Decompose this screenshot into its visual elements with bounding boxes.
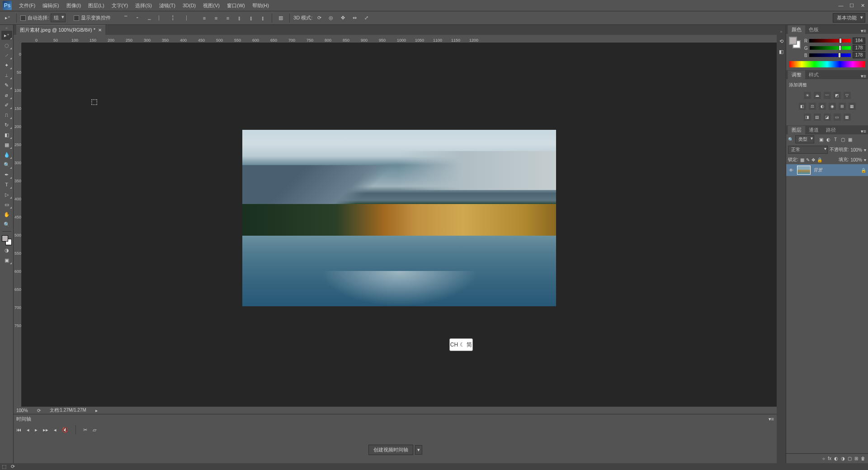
exposure-icon[interactable]: ◩ (834, 92, 841, 99)
eyedropper-tool[interactable]: ✎ (1, 81, 12, 90)
layer-name[interactable]: 背景 (813, 167, 822, 173)
zoom-level[interactable]: 100% (16, 408, 28, 413)
shape-tool[interactable]: ▭ (1, 200, 12, 209)
image-canvas[interactable] (242, 130, 556, 306)
brush-tool[interactable]: ✐ (1, 100, 12, 109)
tab-color[interactable]: 颜色 (788, 25, 805, 34)
vibrance-icon[interactable]: ▽ (844, 92, 851, 99)
3d-pan-icon[interactable]: ✥ (338, 13, 348, 23)
layer-thumbnail[interactable] (797, 166, 811, 175)
3d-orbit-icon[interactable]: ⟳ (314, 13, 324, 23)
filter-kind-icon[interactable]: 🔍 (788, 137, 793, 142)
menu-help[interactable]: 帮助(H) (249, 1, 273, 10)
clone-stamp-tool[interactable]: ⎍ (1, 110, 12, 119)
new-group-icon[interactable]: ▢ (848, 456, 852, 461)
filter-shape-icon[interactable]: ▢ (840, 136, 846, 142)
distribute-vcenter-icon[interactable]: ≡ (211, 13, 221, 23)
color-spectrum[interactable] (789, 61, 865, 67)
dodge-tool[interactable]: 🔍 (1, 160, 12, 169)
filter-type-icon[interactable]: T (832, 136, 839, 142)
3d-roll-icon[interactable]: ◎ (326, 13, 336, 23)
tab-adjustments[interactable]: 调整 (788, 71, 805, 79)
menu-type[interactable]: 文字(Y) (108, 1, 132, 10)
magic-wand-tool[interactable]: ✦ (1, 61, 12, 70)
align-horizontal-centers-icon[interactable]: ╎ (168, 13, 178, 23)
mute-icon[interactable]: 🔇 (62, 427, 68, 433)
align-bottom-edges-icon[interactable]: ⎽ (144, 13, 154, 23)
document-tab[interactable]: 图片素材.jpeg @ 100%(RGB/8#) * ✕ (16, 25, 105, 35)
distribute-right-icon[interactable]: ⫿ (258, 13, 268, 23)
lock-position-icon[interactable]: ✥ (811, 157, 815, 162)
visibility-icon[interactable]: 👁 (788, 168, 794, 173)
brightness-contrast-icon[interactable]: ☀ (804, 92, 811, 99)
ruler-origin[interactable] (14, 35, 22, 43)
transition-icon[interactable]: ▱ (93, 427, 96, 433)
move-tool[interactable]: ▸⁺ (1, 31, 12, 40)
show-transform-checkbox[interactable] (74, 15, 79, 21)
blur-tool[interactable]: 💧 (1, 150, 12, 159)
g-slider[interactable] (810, 46, 851, 50)
properties-panel-icon[interactable]: ◧ (779, 49, 783, 55)
tab-layers[interactable]: 图层 (788, 126, 805, 134)
link-layers-icon[interactable]: ⟐ (822, 456, 825, 461)
menu-file[interactable]: 文件(F) (15, 1, 39, 10)
screen-mode-tool[interactable]: ▣ (1, 256, 12, 265)
create-video-timeline-button[interactable]: 创建视频时间轴 (368, 445, 413, 455)
menu-view[interactable]: 视图(V) (199, 1, 223, 10)
auto-select-dropdown[interactable]: 组 (51, 14, 66, 22)
distribute-hcenter-icon[interactable]: ⫿ (246, 13, 256, 23)
close-icon[interactable]: ✕ (98, 28, 102, 33)
color-swatch[interactable] (789, 37, 801, 48)
lock-transparent-icon[interactable]: ▦ (800, 157, 804, 162)
tab-swatches[interactable]: 色板 (805, 25, 822, 34)
lasso-tool[interactable]: ⟋ (1, 51, 12, 60)
3d-slide-icon[interactable]: ⇔ (349, 13, 359, 23)
tab-paths[interactable]: 路径 (822, 126, 840, 134)
invert-icon[interactable]: ◨ (804, 114, 811, 121)
expand-panels-icon[interactable]: » (780, 29, 782, 34)
play-icon[interactable]: ▸ (35, 427, 38, 433)
go-to-last-frame-icon[interactable]: ◂ (54, 427, 57, 433)
3d-scale-icon[interactable]: ⤢ (361, 13, 371, 23)
minimize-button[interactable]: — (835, 1, 846, 10)
history-panel-icon[interactable]: ⟲ (779, 38, 783, 44)
status-icon[interactable]: ⬚ (2, 464, 6, 470)
prev-frame-icon[interactable]: ◂ (27, 427, 29, 433)
zoom-arrow-icon[interactable]: ⟳ (37, 408, 41, 413)
gradient-map-icon[interactable]: ▭ (834, 114, 841, 121)
new-layer-icon[interactable]: ⊞ (854, 456, 858, 461)
type-tool[interactable]: T (1, 180, 12, 189)
status-sync-icon[interactable]: ⟳ (11, 464, 15, 470)
lock-pixels-icon[interactable]: ✎ (806, 157, 810, 162)
filter-kind-dropdown[interactable]: 类型 (795, 135, 814, 143)
panel-menu-icon[interactable]: ▾≡ (861, 73, 868, 79)
menu-image[interactable]: 图像(I) (63, 1, 85, 10)
vertical-ruler[interactable]: 0501001502002503003504004505005506006507… (14, 43, 22, 407)
ime-indicator[interactable]: CH ☾ 简 (449, 338, 473, 351)
workspace-switcher[interactable]: 基本功能 (833, 13, 865, 23)
selective-color-icon[interactable]: ▦ (844, 114, 851, 121)
panel-menu-icon[interactable]: ▾≡ (861, 28, 868, 34)
pen-tool[interactable]: ✒ (1, 170, 12, 179)
hue-saturation-icon[interactable]: ◧ (799, 103, 806, 110)
horizontal-ruler[interactable]: 0501001502002503003504004505005506006507… (22, 35, 777, 43)
menu-window[interactable]: 窗口(W) (223, 1, 249, 10)
color-picker[interactable] (2, 235, 12, 245)
quick-mask-tool[interactable]: ◑ (1, 246, 12, 255)
healing-brush-tool[interactable]: ⌀ (1, 90, 12, 100)
toolbox-collapse-icon[interactable]: « (1, 26, 12, 30)
opacity-value[interactable]: 100% (850, 147, 862, 152)
distribute-left-icon[interactable]: ⫿ (235, 13, 245, 23)
align-right-edges-icon[interactable]: ⎹ (179, 13, 189, 23)
doc-info-arrow-icon[interactable]: ▸ (95, 408, 98, 413)
zoom-tool[interactable]: 🔍 (1, 220, 12, 229)
lock-icon[interactable]: 🔒 (861, 168, 866, 173)
menu-layer[interactable]: 图层(L) (85, 1, 108, 10)
lock-all-icon[interactable]: 🔒 (817, 157, 822, 162)
delete-layer-icon[interactable]: 🗑 (861, 456, 865, 461)
menu-3d[interactable]: 3D(D) (179, 1, 199, 9)
panel-menu-icon[interactable]: ▾≡ (861, 128, 868, 134)
history-brush-tool[interactable]: ↻ (1, 120, 12, 129)
posterize-icon[interactable]: ▤ (814, 114, 821, 121)
color-lookup-icon[interactable]: ▦ (849, 103, 856, 110)
